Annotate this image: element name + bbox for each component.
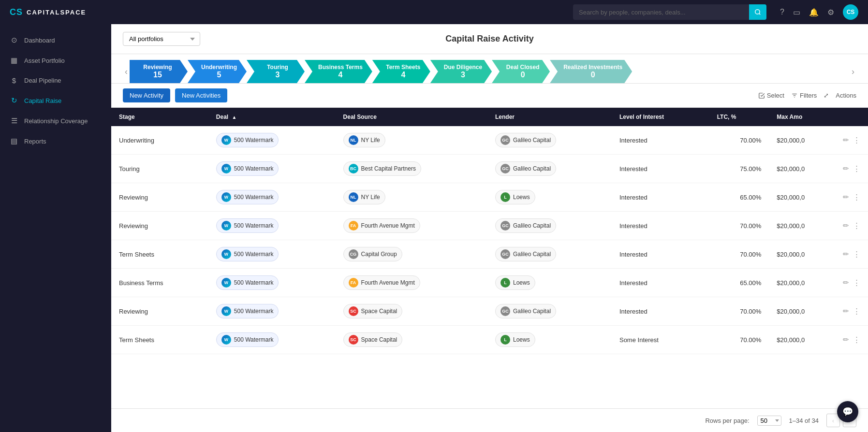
max-amo-value: $20,000,0 [777,251,805,258]
sidebar-item-capital-raise[interactable]: ↻ Capital Raise [0,90,111,111]
table-header-row: Stage Deal ▲ Deal Source Lender Level of… [111,108,868,126]
svg-line-1 [759,14,761,15]
edit-icon[interactable]: ✏ [843,164,849,173]
col-max-amo: Max Amo [769,108,868,126]
pipeline-step-deal-closed[interactable]: Deal Closed0 [492,60,550,83]
deal-source-name: Fourth Avenue Mgmt [361,279,415,286]
max-amo-value: $20,000,0 [777,279,805,287]
cell-max-amo: $20,000,0 ✏ ⋮ [769,155,868,183]
lender-chip: GC Galileo Capital [495,304,556,318]
select-button[interactable]: Select [758,92,784,99]
sidebar: ⊙ Dashboard ▦ Asset Portfolio $ Deal Pip… [0,24,111,432]
edit-icon[interactable]: ✏ [843,335,849,344]
deal-source-logo: CG [349,249,358,259]
pipeline-prev-button[interactable]: ‹ [123,67,130,77]
row-actions: ✏ ⋮ [843,221,860,230]
pipeline-step-count: 5 [217,71,221,79]
sidebar-item-asset-portfolio[interactable]: ▦ Asset Portfolio [0,50,111,71]
pipeline-step-touring[interactable]: Touring3 [247,60,305,83]
reports-icon: ▤ [10,137,18,145]
deal-icon: W [221,135,231,145]
lender-name: Galileo Capital [513,308,551,315]
deal-icon: W [221,221,231,230]
pipeline-step-reviewing[interactable]: Reviewing15 [130,60,188,83]
cell-max-amo: $20,000,0 ✏ ⋮ [769,269,868,297]
settings-icon[interactable]: ⚙ [827,8,834,17]
max-amo-value: $20,000,0 [777,336,805,344]
avatar[interactable]: CS [843,4,858,20]
actions-button[interactable]: Actions [836,92,856,99]
cell-interest: Interested [612,269,709,297]
new-activities-button[interactable]: New Activities [175,88,227,102]
pipeline-step-underwriting[interactable]: Underwriting5 [188,60,247,83]
sidebar-item-reports[interactable]: ▤ Reports [0,131,111,151]
pipeline-step-count: 4 [338,71,342,79]
filters-button[interactable]: Filters [791,92,817,99]
more-icon[interactable]: ⋮ [853,250,860,259]
sidebar-item-dashboard[interactable]: ⊙ Dashboard [0,30,111,50]
edit-icon[interactable]: ✏ [843,136,849,144]
dashboard-icon: ⊙ [10,36,18,44]
deal-source-logo: SC [349,306,358,316]
cell-max-amo: $20,000,0 ✏ ⋮ [769,126,868,155]
more-icon[interactable]: ⋮ [853,164,860,173]
table-row: Underwriting W 500 Watermark NL NY Life … [111,126,868,155]
cell-interest: Interested [612,155,709,183]
portfolio-select[interactable]: All portfolios Portfolio A Portfolio B [123,32,200,46]
sidebar-label-deal-pipeline: Deal Pipeline [24,77,61,84]
search-input[interactable] [573,4,749,20]
more-icon[interactable]: ⋮ [853,221,860,230]
deal-source-chip: SC Space Capital [343,304,403,318]
cell-ltc: 70.00% [709,297,769,326]
col-deal[interactable]: Deal ▲ [208,108,336,126]
pipeline-step-name: Business Terms [318,64,363,71]
pipeline-container: ‹ Reviewing15Underwriting5Touring3Busine… [111,54,868,84]
edit-icon[interactable]: ✏ [843,307,849,316]
deal-name: 500 Watermark [234,165,274,172]
max-amo-value: $20,000,0 [777,194,805,201]
deal-chip: W 500 Watermark [216,190,279,204]
notifications-icon[interactable]: 🔔 [809,8,819,17]
cell-max-amo: $20,000,0 ✏ ⋮ [769,183,868,212]
rows-per-page-select[interactable]: 50 25 100 [757,416,781,426]
edit-icon[interactable]: ✏ [843,193,849,202]
edit-icon[interactable]: ✏ [843,221,849,230]
more-icon[interactable]: ⋮ [853,278,860,287]
row-actions: ✏ ⋮ [843,136,860,144]
sidebar-label-relationship-coverage: Relationship Coverage [24,117,88,125]
new-activity-button[interactable]: New Activity [123,88,170,102]
pipeline-step-name: Touring [267,64,288,71]
more-icon[interactable]: ⋮ [853,307,860,316]
pipeline-step-term-sheets[interactable]: Term Sheets4 [372,60,430,83]
search-button[interactable] [749,4,766,20]
cell-deal-source: CG Capital Group [336,240,487,269]
table-row: Business Terms W 500 Watermark FA Fourth… [111,269,868,297]
deal-name: 500 Watermark [234,308,274,315]
pipeline-step-due-diligence[interactable]: Due Diligence3 [430,60,492,83]
deal-icon: W [221,164,231,173]
cell-stage: Term Sheets [111,240,208,269]
edit-icon[interactable]: ✏ [843,278,849,287]
lender-chip: L Loews [495,190,535,204]
sidebar-item-deal-pipeline[interactable]: $ Deal Pipeline [0,71,111,90]
pipeline-step-business-terms[interactable]: Business Terms4 [305,60,372,83]
more-icon[interactable]: ⋮ [853,193,860,202]
more-icon[interactable]: ⋮ [853,136,860,144]
topnav-icons: ? ▭ 🔔 ⚙ CS [780,4,858,20]
pipeline-step-realized-investments[interactable]: Realized Investments0 [550,60,632,83]
cell-lender: L Loews [487,269,612,297]
cell-deal: W 500 Watermark [208,183,336,212]
sidebar-item-relationship-coverage[interactable]: ☰ Relationship Coverage [0,111,111,131]
help-icon[interactable]: ? [780,8,784,16]
sidebar-label-capital-raise: Capital Raise [24,97,61,104]
more-icon[interactable]: ⋮ [853,335,860,344]
chat-icon[interactable]: ▭ [793,8,800,17]
edit-icon[interactable]: ✏ [843,250,849,259]
deal-chip: W 500 Watermark [216,332,279,347]
col-ltc: LTC, % [709,108,769,126]
pipeline-step-count: 4 [401,71,405,79]
chat-bubble-button[interactable]: 💬 [837,401,858,422]
expand-icon[interactable]: ⤢ [824,92,829,99]
cell-deal: W 500 Watermark [208,155,336,183]
pipeline-next-button[interactable]: › [850,67,856,77]
